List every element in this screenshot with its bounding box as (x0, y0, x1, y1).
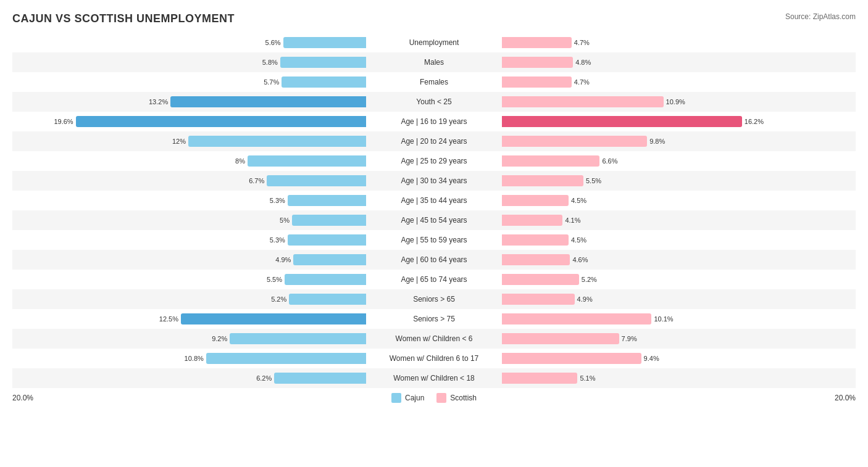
right-area: 10.9% (502, 94, 856, 110)
left-area: 9.2% (12, 331, 366, 347)
right-area: 5.1% (502, 370, 856, 386)
cajun-bar (288, 195, 366, 206)
left-area: 10.8% (12, 350, 366, 366)
cajun-bar (274, 373, 366, 384)
scottish-value: 7.9% (622, 335, 637, 342)
cajun-bar (289, 294, 366, 305)
scottish-bar (502, 116, 742, 127)
left-area: 6.2% (12, 370, 366, 386)
table-row: 5.3% Age | 55 to 59 years 4.5% (12, 230, 856, 250)
left-area: 5.5% (12, 271, 366, 287)
table-row: 4.9% Age | 60 to 64 years 4.6% (12, 250, 856, 270)
scottish-bar (502, 373, 577, 384)
right-area: 4.5% (502, 192, 856, 209)
cajun-value: 8% (235, 157, 245, 165)
right-area: 5.5% (502, 173, 856, 189)
right-area: 9.4% (502, 350, 856, 366)
table-row: 12.5% Seniors > 75 10.1% (12, 309, 856, 329)
cajun-bar (285, 274, 366, 285)
cajun-bar (288, 234, 366, 246)
cajun-bar (230, 333, 366, 344)
scottish-bar (502, 254, 570, 265)
scottish-value: 9.8% (649, 138, 665, 145)
scottish-value: 10.9% (666, 98, 685, 105)
table-row: 13.2% Youth < 25 10.9% (12, 92, 856, 112)
scottish-legend: Scottish (436, 393, 477, 403)
scottish-legend-box (436, 393, 446, 403)
table-row: 10.8% Women w/ Children 6 to 17 9.4% (12, 349, 856, 368)
center-label: Age | 16 to 19 years (366, 117, 502, 126)
table-row: 5.7% Females 4.7% (12, 72, 856, 92)
left-area: 5.2% (12, 291, 366, 307)
scottish-value: 4.7% (574, 39, 590, 46)
left-area: 19.6% (12, 114, 366, 130)
scottish-value: 5.5% (586, 177, 601, 184)
table-row: 5.3% Age | 35 to 44 years 4.5% (12, 191, 856, 210)
center-label: Age | 30 to 34 years (366, 176, 502, 185)
right-area: 16.2% (502, 114, 856, 130)
cajun-bar (282, 76, 366, 88)
scottish-bar (502, 353, 641, 364)
right-area: 4.9% (502, 291, 856, 307)
scottish-bar (502, 37, 572, 48)
center-label: Males (366, 58, 502, 67)
left-area: 6.7% (12, 173, 366, 189)
center-label: Age | 25 to 29 years (366, 157, 502, 165)
scottish-value: 6.6% (602, 157, 617, 165)
left-area: 5.7% (12, 74, 366, 90)
scottish-value: 4.5% (571, 236, 586, 244)
cajun-bar (248, 155, 366, 167)
right-area: 4.5% (502, 232, 856, 248)
chart-container: Cajun vs Scottish Unemployment Source: Z… (12, 12, 856, 403)
right-area: 6.6% (502, 153, 856, 169)
scottish-bar (502, 195, 569, 206)
scottish-bar (502, 96, 664, 107)
scottish-bar (502, 155, 599, 167)
table-row: 6.2% Women w/ Children < 18 5.1% (12, 368, 856, 388)
cajun-value: 6.2% (256, 374, 272, 382)
cajun-value: 5.3% (270, 236, 285, 244)
table-row: 5.2% Seniors > 65 4.9% (12, 289, 856, 309)
cajun-value: 5.3% (270, 197, 285, 204)
center-label: Seniors > 75 (366, 315, 502, 323)
center-label: Women w/ Children < 18 (366, 374, 502, 382)
scottish-legend-label: Scottish (450, 394, 477, 402)
cajun-value: 6.7% (249, 177, 264, 184)
right-area: 4.6% (502, 252, 856, 268)
scottish-value: 9.4% (644, 355, 659, 362)
right-area: 7.9% (502, 331, 856, 347)
cajun-value: 9.2% (212, 335, 227, 342)
scottish-value: 16.2% (745, 118, 764, 125)
chart-body: 5.6% Unemployment 4.7% 5.8% Males 4.8% 5… (12, 33, 856, 388)
center-label: Women w/ Children 6 to 17 (366, 354, 502, 363)
table-row: 19.6% Age | 16 to 19 years 16.2% (12, 112, 856, 131)
cajun-bar (267, 175, 366, 186)
scottish-bar (502, 294, 575, 305)
cajun-value: 5.2% (271, 295, 286, 303)
right-area: 4.7% (502, 35, 856, 51)
scale-right: 20.0% (835, 394, 856, 402)
scottish-bar (502, 333, 619, 344)
cajun-value: 12% (172, 138, 186, 145)
scottish-value: 5.2% (582, 276, 597, 283)
left-area: 12% (12, 133, 366, 149)
scottish-value: 4.9% (577, 295, 593, 303)
table-row: 6.7% Age | 30 to 34 years 5.5% (12, 171, 856, 191)
center-label: Women w/ Children < 6 (366, 334, 502, 343)
cajun-value: 5% (280, 217, 290, 224)
left-area: 8% (12, 153, 366, 169)
scottish-bar (502, 234, 569, 246)
scottish-bar (502, 215, 562, 226)
scottish-value: 4.8% (575, 59, 591, 66)
cajun-value: 13.2% (149, 98, 168, 105)
table-row: 5.8% Males 4.8% (12, 52, 856, 72)
scottish-value: 4.5% (571, 197, 586, 204)
cajun-bar (280, 57, 366, 68)
right-area: 4.1% (502, 212, 856, 228)
footer-legend: 20.0% Cajun Scottish 20.0% (12, 393, 856, 403)
center-label: Females (366, 78, 502, 86)
legend-center: Cajun Scottish (391, 393, 477, 403)
table-row: 5.5% Age | 65 to 74 years 5.2% (12, 270, 856, 289)
scale-left: 20.0% (12, 394, 33, 402)
cajun-value: 5.7% (264, 78, 279, 86)
